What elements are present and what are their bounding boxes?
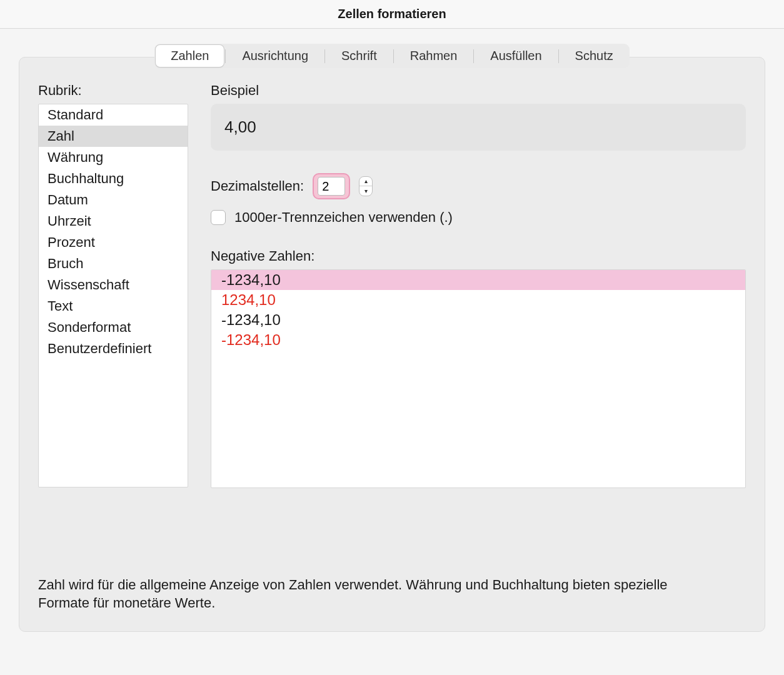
footer-description: Zahl wird für die allgemeine Anzeige von… — [38, 551, 695, 612]
rubrik-column: Rubrik: StandardZahlWährungBuchhaltungDa… — [38, 82, 188, 488]
rubrik-list[interactable]: StandardZahlWährungBuchhaltungDatumUhrze… — [38, 104, 188, 488]
rubrik-item[interactable]: Datum — [39, 189, 188, 211]
dialog-body: ZahlenAusrichtungSchriftRahmenAusfüllenS… — [0, 44, 784, 651]
decimals-label: Dezimalstellen: — [211, 178, 304, 194]
rubrik-item[interactable]: Uhrzeit — [39, 211, 188, 232]
rubrik-label: Rubrik: — [38, 82, 188, 99]
tab-schrift[interactable]: Schrift — [326, 45, 392, 67]
tab-ausrichtung[interactable]: Ausrichtung — [227, 45, 323, 67]
example-label: Beispiel — [211, 82, 746, 99]
thousands-checkbox[interactable] — [211, 210, 226, 225]
rubrik-item[interactable]: Zahl — [39, 126, 188, 147]
rubrik-item[interactable]: Benutzerdefiniert — [39, 338, 188, 359]
negative-format-item[interactable]: 1234,10 — [211, 290, 745, 310]
negative-list[interactable]: -1234,101234,10-1234,10-1234,10 — [211, 269, 746, 488]
tab-zahlen[interactable]: Zahlen — [156, 45, 224, 67]
chevron-up-icon[interactable]: ▴ — [359, 177, 372, 186]
spacer — [211, 236, 746, 248]
tab-rahmen[interactable]: Rahmen — [395, 45, 473, 67]
panel-columns: Rubrik: StandardZahlWährungBuchhaltungDa… — [38, 82, 746, 488]
thousands-row: 1000er-Trennzeichen verwenden (.) — [211, 209, 746, 226]
decimals-stepper[interactable]: ▴ ▾ — [359, 176, 373, 196]
tab-separator — [225, 49, 226, 63]
thousands-label: 1000er-Trennzeichen verwenden (.) — [234, 209, 453, 226]
negative-label: Negative Zahlen: — [211, 248, 746, 264]
window-title: Zellen formatieren — [0, 0, 784, 29]
negative-format-item[interactable]: -1234,10 — [211, 310, 745, 330]
rubrik-item[interactable]: Text — [39, 296, 188, 317]
rubrik-item[interactable]: Buchhaltung — [39, 168, 188, 189]
tab-schutz[interactable]: Schutz — [560, 45, 628, 67]
tab-separator — [558, 49, 559, 63]
tab-ausfüllen[interactable]: Ausfüllen — [475, 45, 556, 67]
tabbar: ZahlenAusrichtungSchriftRahmenAusfüllenS… — [154, 44, 630, 68]
tab-separator — [473, 49, 474, 63]
rubrik-item[interactable]: Sonderformat — [39, 317, 188, 338]
rubrik-item[interactable]: Währung — [39, 147, 188, 168]
rubrik-item[interactable]: Prozent — [39, 232, 188, 253]
chevron-down-icon[interactable]: ▾ — [359, 186, 372, 196]
negative-format-item[interactable]: -1234,10 — [211, 330, 745, 350]
options-column: Beispiel 4,00 Dezimalstellen: ▴ ▾ 1000er… — [211, 82, 746, 488]
negative-format-item[interactable]: -1234,10 — [211, 270, 745, 290]
decimals-input[interactable] — [318, 177, 345, 196]
tab-separator — [324, 49, 325, 63]
tabbar-container: ZahlenAusrichtungSchriftRahmenAusfüllenS… — [19, 44, 765, 68]
example-value: 4,00 — [211, 104, 746, 151]
rubrik-item[interactable]: Wissenschaft — [39, 274, 188, 296]
tab-separator — [393, 49, 394, 63]
tab-panel-zahlen: Rubrik: StandardZahlWährungBuchhaltungDa… — [19, 57, 765, 632]
rubrik-item[interactable]: Standard — [39, 104, 188, 126]
decimals-row: Dezimalstellen: ▴ ▾ — [211, 173, 746, 199]
rubrik-item[interactable]: Bruch — [39, 253, 188, 274]
decimals-input-highlight — [313, 173, 350, 199]
